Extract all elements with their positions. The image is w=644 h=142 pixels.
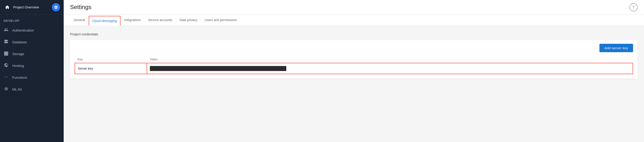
token-cell <box>147 63 633 74</box>
sidebar-item-database[interactable]: Database <box>0 36 64 48</box>
settings-icon[interactable] <box>52 3 60 11</box>
tab-users-permissions[interactable]: Users and permissions <box>201 14 240 26</box>
mlkit-label: ML Kit <box>12 87 22 91</box>
storage-label: Storage <box>12 52 24 56</box>
sidebar-header: Project Overview <box>0 0 64 14</box>
sidebar-item-functions[interactable]: Functions <box>0 71 64 83</box>
authentication-icon <box>4 27 9 33</box>
sidebar-item-hosting[interactable]: Hosting <box>0 60 64 71</box>
svg-point-1 <box>6 76 6 77</box>
develop-section-label: Develop <box>0 14 64 24</box>
credentials-card: Add server key Key Token Server key <box>70 40 638 79</box>
hosting-icon <box>4 63 9 69</box>
functions-label: Functions <box>12 76 27 79</box>
tab-cloud-messaging[interactable]: Cloud Messaging <box>89 16 120 26</box>
col-token: Token <box>147 56 633 63</box>
credentials-table: Key Token Server key <box>74 56 633 74</box>
help-icon[interactable]: ? <box>630 3 638 11</box>
page-title: Settings <box>70 4 92 11</box>
functions-icon <box>4 75 9 80</box>
database-icon <box>4 39 9 45</box>
project-title: Project Overview <box>13 5 39 9</box>
home-icon[interactable] <box>4 4 11 11</box>
authentication-label: Authentication <box>12 28 34 32</box>
database-label: Database <box>12 40 27 44</box>
sidebar-item-mlkit[interactable]: Ⓜ ML Kit <box>0 83 64 95</box>
section-title: Project credentials <box>70 32 638 36</box>
main-content: Settings ? General Cloud Messaging Integ… <box>64 0 644 142</box>
svg-point-0 <box>5 76 6 77</box>
tab-service-accounts[interactable]: Service accounts <box>144 14 176 26</box>
svg-point-2 <box>7 76 8 77</box>
top-bar: Settings ? <box>64 0 644 14</box>
tab-integrations[interactable]: Integrations <box>120 14 144 26</box>
col-key: Key <box>75 56 147 63</box>
storage-icon <box>4 51 9 57</box>
key-cell: Server key <box>75 63 147 74</box>
mlkit-icon: Ⓜ <box>4 87 9 91</box>
sidebar-item-authentication[interactable]: Authentication <box>0 24 64 36</box>
table-row: Server key <box>75 63 633 74</box>
content-area: Project credentials Add server key Key T… <box>64 26 644 142</box>
add-server-key-button[interactable]: Add server key <box>600 44 633 52</box>
card-toolbar: Add server key <box>74 44 633 52</box>
token-redacted-value <box>150 66 286 71</box>
hosting-label: Hosting <box>12 64 24 68</box>
sidebar-item-storage[interactable]: Storage <box>0 48 64 60</box>
tab-data-privacy[interactable]: Data privacy <box>176 14 201 26</box>
tab-general[interactable]: General <box>70 14 89 26</box>
sidebar: Project Overview Develop Authentication … <box>0 0 64 142</box>
tabs-bar: General Cloud Messaging Integrations Ser… <box>64 14 644 26</box>
